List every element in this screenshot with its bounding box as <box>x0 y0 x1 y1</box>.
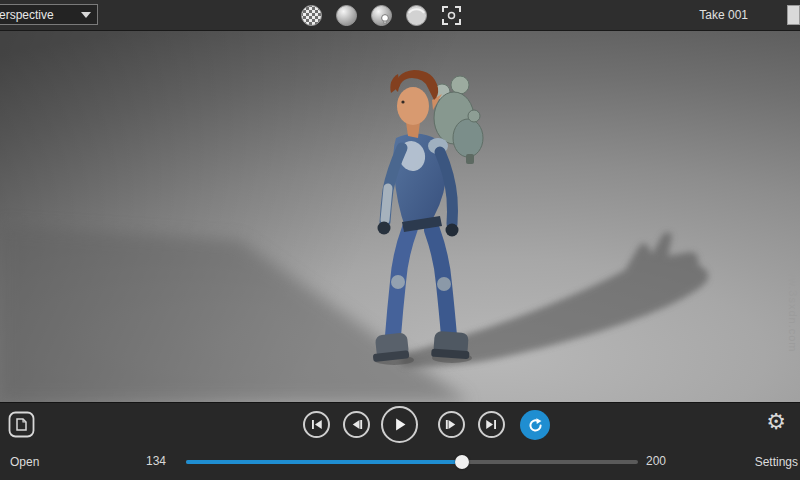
textured-sphere-icon[interactable] <box>300 4 323 27</box>
watermark-text: www.3sxdn.com <box>787 260 799 352</box>
chevron-down-icon <box>81 12 91 18</box>
go-to-start-button[interactable] <box>303 411 330 438</box>
timeline-handle[interactable] <box>455 455 469 469</box>
timeline-start-label: 134 <box>146 454 166 468</box>
scene-canvas <box>0 30 800 402</box>
top-toolbar: Perspective <box>0 0 800 31</box>
bottom-control-bar: Open ⚙ Settings 134 200 <box>0 402 800 480</box>
step-forward-button[interactable] <box>438 411 465 438</box>
go-to-end-button[interactable] <box>478 411 505 438</box>
open-file-icon[interactable] <box>8 411 35 438</box>
step-back-button[interactable] <box>343 411 370 438</box>
view-mode-label: Perspective <box>0 8 54 22</box>
timeline-end-label: 200 <box>646 454 666 468</box>
timeline-track[interactable] <box>186 460 638 464</box>
loop-button[interactable] <box>520 410 550 440</box>
display-mode-group <box>300 4 463 27</box>
flat-sphere-icon[interactable] <box>405 4 428 27</box>
settings-button[interactable]: Settings <box>755 455 798 469</box>
open-button[interactable]: Open <box>10 455 39 469</box>
frame-selection-icon[interactable] <box>440 4 463 27</box>
gear-icon[interactable]: ⚙ <box>766 407 786 437</box>
shaded-sphere-icon[interactable] <box>335 4 358 27</box>
lit-sphere-icon[interactable] <box>370 4 393 27</box>
timeline-progress <box>186 460 462 464</box>
take-dropdown-arrow[interactable] <box>787 5 800 25</box>
character-model <box>371 70 483 365</box>
view-mode-dropdown[interactable]: Perspective <box>0 4 98 25</box>
play-button[interactable] <box>381 406 418 443</box>
take-dropdown[interactable]: Take 001 <box>699 8 748 22</box>
3d-viewport[interactable] <box>0 30 800 402</box>
